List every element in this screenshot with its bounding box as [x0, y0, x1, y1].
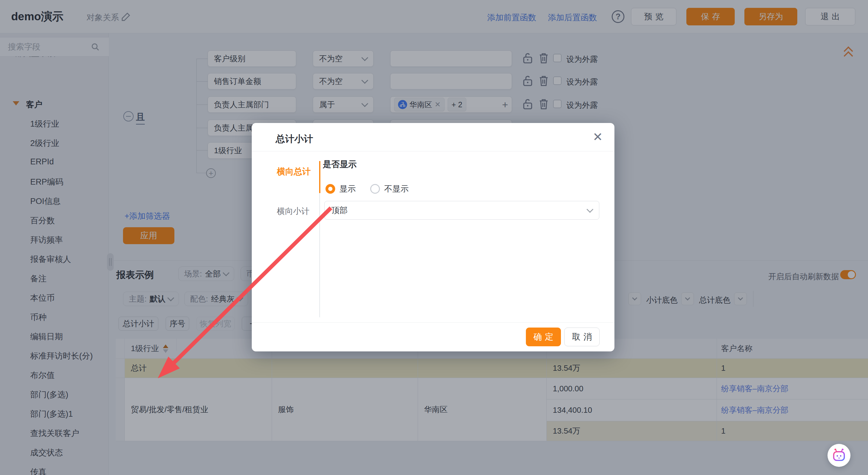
active-tab-indicator	[319, 161, 320, 193]
show-section-label: 是否显示	[323, 159, 356, 170]
modal-footer-divider	[252, 322, 614, 323]
modal-title-divider	[252, 151, 614, 151]
robot-icon	[831, 448, 847, 463]
confirm-button[interactable]: 确定	[526, 327, 561, 346]
chevron-down-icon	[587, 206, 594, 213]
radio-unselected-icon[interactable]	[370, 184, 380, 194]
radio-selected-icon[interactable]	[326, 184, 335, 194]
radio-hide-option[interactable]: 不显示	[370, 183, 409, 194]
subtotal-position-select[interactable]: 顶部	[324, 201, 599, 220]
close-icon[interactable]: ✕	[593, 131, 603, 143]
radio-show-option[interactable]: 显示	[326, 183, 356, 194]
app-window: demo演示 对象关系 添加前置函数 添加后置函数 ? 预览 保存 另存为 退出…	[0, 0, 868, 475]
modal-title: 总计小计	[276, 133, 313, 145]
assistant-robot-button[interactable]	[828, 444, 850, 467]
tab-horizontal-total[interactable]: 横向总计	[277, 166, 311, 178]
cancel-button[interactable]: 取消	[564, 327, 600, 346]
total-subtotal-modal: 总计小计 ✕ 横向总计 是否显示 显示 不显示 横向小计 顶部 确定 取消	[252, 123, 614, 351]
horizontal-subtotal-label: 横向小计	[277, 206, 309, 217]
